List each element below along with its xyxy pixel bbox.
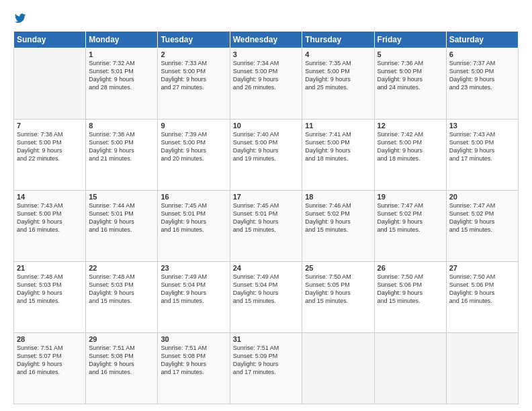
day-number: 26 xyxy=(378,264,443,272)
col-header-friday: Friday xyxy=(374,32,446,48)
day-cell: 20Sunrise: 7:47 AMSunset: 5:02 PMDayligh… xyxy=(446,191,518,262)
calendar-header-row: SundayMondayTuesdayWednesdayThursdayFrid… xyxy=(14,32,519,48)
day-info: Sunrise: 7:39 AMSunset: 5:00 PMDaylight:… xyxy=(161,130,226,163)
day-cell: 27Sunrise: 7:50 AMSunset: 5:06 PMDayligh… xyxy=(446,262,518,333)
col-header-thursday: Thursday xyxy=(302,32,374,48)
day-info: Sunrise: 7:38 AMSunset: 5:00 PMDaylight:… xyxy=(89,130,154,163)
day-info: Sunrise: 7:37 AMSunset: 5:00 PMDaylight:… xyxy=(449,59,515,92)
week-row-4: 21Sunrise: 7:48 AMSunset: 5:03 PMDayligh… xyxy=(14,262,519,333)
day-info: Sunrise: 7:34 AMSunset: 5:00 PMDaylight:… xyxy=(233,59,300,92)
day-cell: 11Sunrise: 7:41 AMSunset: 5:00 PMDayligh… xyxy=(302,120,374,191)
day-cell: 30Sunrise: 7:51 AMSunset: 5:08 PMDayligh… xyxy=(158,333,230,404)
day-info: Sunrise: 7:45 AMSunset: 5:01 PMDaylight:… xyxy=(161,201,226,234)
day-info: Sunrise: 7:36 AMSunset: 5:00 PMDaylight:… xyxy=(378,59,443,92)
day-cell: 31Sunrise: 7:51 AMSunset: 5:09 PMDayligh… xyxy=(230,333,302,404)
week-row-1: 1Sunrise: 7:32 AMSunset: 5:01 PMDaylight… xyxy=(14,48,519,120)
col-header-wednesday: Wednesday xyxy=(230,32,302,48)
day-cell xyxy=(446,333,518,404)
day-cell: 4Sunrise: 7:35 AMSunset: 5:00 PMDaylight… xyxy=(302,48,374,120)
day-number: 11 xyxy=(305,122,371,130)
day-number: 25 xyxy=(305,264,371,272)
day-number: 7 xyxy=(17,122,83,130)
day-info: Sunrise: 7:50 AMSunset: 5:06 PMDaylight:… xyxy=(378,273,443,306)
day-cell: 26Sunrise: 7:50 AMSunset: 5:06 PMDayligh… xyxy=(374,262,446,333)
day-number: 22 xyxy=(89,264,154,272)
day-cell: 25Sunrise: 7:50 AMSunset: 5:05 PMDayligh… xyxy=(302,262,374,333)
logo-text xyxy=(13,12,27,24)
day-cell: 16Sunrise: 7:45 AMSunset: 5:01 PMDayligh… xyxy=(158,191,230,262)
day-info: Sunrise: 7:40 AMSunset: 5:00 PMDaylight:… xyxy=(233,130,300,163)
day-number: 8 xyxy=(89,122,154,130)
day-cell: 1Sunrise: 7:32 AMSunset: 5:01 PMDaylight… xyxy=(86,48,158,120)
day-cell: 24Sunrise: 7:49 AMSunset: 5:04 PMDayligh… xyxy=(230,262,302,333)
day-number: 1 xyxy=(89,50,154,58)
day-info: Sunrise: 7:51 AMSunset: 5:08 PMDaylight:… xyxy=(89,344,154,377)
day-number: 17 xyxy=(233,193,300,201)
day-info: Sunrise: 7:51 AMSunset: 5:09 PMDaylight:… xyxy=(233,344,300,377)
day-info: Sunrise: 7:33 AMSunset: 5:00 PMDaylight:… xyxy=(161,59,226,92)
day-number: 3 xyxy=(233,50,300,58)
day-cell: 10Sunrise: 7:40 AMSunset: 5:00 PMDayligh… xyxy=(230,120,302,191)
col-header-saturday: Saturday xyxy=(446,32,518,48)
day-cell: 12Sunrise: 7:42 AMSunset: 5:00 PMDayligh… xyxy=(374,120,446,191)
day-info: Sunrise: 7:48 AMSunset: 5:03 PMDaylight:… xyxy=(17,273,83,306)
day-number: 20 xyxy=(449,193,515,201)
day-number: 18 xyxy=(305,193,371,201)
day-info: Sunrise: 7:43 AMSunset: 5:00 PMDaylight:… xyxy=(17,201,83,234)
day-cell: 14Sunrise: 7:43 AMSunset: 5:00 PMDayligh… xyxy=(14,191,86,262)
day-number: 16 xyxy=(161,193,226,201)
day-cell: 9Sunrise: 7:39 AMSunset: 5:00 PMDaylight… xyxy=(158,120,230,191)
day-cell: 29Sunrise: 7:51 AMSunset: 5:08 PMDayligh… xyxy=(86,333,158,404)
day-cell: 28Sunrise: 7:51 AMSunset: 5:07 PMDayligh… xyxy=(14,333,86,404)
day-info: Sunrise: 7:50 AMSunset: 5:05 PMDaylight:… xyxy=(305,273,371,306)
day-number: 6 xyxy=(449,50,515,58)
day-info: Sunrise: 7:46 AMSunset: 5:02 PMDaylight:… xyxy=(305,201,371,234)
day-number: 24 xyxy=(233,264,300,272)
col-header-sunday: Sunday xyxy=(14,32,86,48)
day-info: Sunrise: 7:51 AMSunset: 5:07 PMDaylight:… xyxy=(17,344,83,377)
day-cell: 18Sunrise: 7:46 AMSunset: 5:02 PMDayligh… xyxy=(302,191,374,262)
day-number: 27 xyxy=(449,264,515,272)
day-cell: 23Sunrise: 7:49 AMSunset: 5:04 PMDayligh… xyxy=(158,262,230,333)
logo-bird-icon xyxy=(15,12,27,24)
header xyxy=(13,12,519,24)
day-cell: 3Sunrise: 7:34 AMSunset: 5:00 PMDaylight… xyxy=(230,48,302,120)
day-cell: 21Sunrise: 7:48 AMSunset: 5:03 PMDayligh… xyxy=(14,262,86,333)
day-number: 28 xyxy=(17,335,83,343)
day-cell xyxy=(374,333,446,404)
day-cell: 5Sunrise: 7:36 AMSunset: 5:00 PMDaylight… xyxy=(374,48,446,120)
day-info: Sunrise: 7:47 AMSunset: 5:02 PMDaylight:… xyxy=(449,201,515,234)
day-number: 2 xyxy=(161,50,226,58)
day-number: 13 xyxy=(449,122,515,130)
day-info: Sunrise: 7:35 AMSunset: 5:00 PMDaylight:… xyxy=(305,59,371,92)
day-number: 21 xyxy=(17,264,83,272)
day-cell: 2Sunrise: 7:33 AMSunset: 5:00 PMDaylight… xyxy=(158,48,230,120)
day-number: 14 xyxy=(17,193,83,201)
logo xyxy=(13,12,27,24)
day-info: Sunrise: 7:47 AMSunset: 5:02 PMDaylight:… xyxy=(378,201,443,234)
day-cell: 17Sunrise: 7:45 AMSunset: 5:01 PMDayligh… xyxy=(230,191,302,262)
col-header-tuesday: Tuesday xyxy=(158,32,230,48)
day-number: 30 xyxy=(161,335,226,343)
day-cell xyxy=(14,48,86,120)
day-number: 15 xyxy=(89,193,154,201)
day-number: 5 xyxy=(378,50,443,58)
day-number: 19 xyxy=(378,193,443,201)
day-info: Sunrise: 7:45 AMSunset: 5:01 PMDaylight:… xyxy=(233,201,300,234)
page: SundayMondayTuesdayWednesdayThursdayFrid… xyxy=(0,0,532,411)
day-info: Sunrise: 7:43 AMSunset: 5:00 PMDaylight:… xyxy=(449,130,515,163)
day-number: 12 xyxy=(378,122,443,130)
week-row-2: 7Sunrise: 7:38 AMSunset: 5:00 PMDaylight… xyxy=(14,120,519,191)
day-number: 29 xyxy=(89,335,154,343)
day-info: Sunrise: 7:50 AMSunset: 5:06 PMDaylight:… xyxy=(449,273,515,306)
day-number: 23 xyxy=(161,264,226,272)
day-cell: 19Sunrise: 7:47 AMSunset: 5:02 PMDayligh… xyxy=(374,191,446,262)
col-header-monday: Monday xyxy=(86,32,158,48)
day-info: Sunrise: 7:38 AMSunset: 5:00 PMDaylight:… xyxy=(17,130,83,163)
day-info: Sunrise: 7:49 AMSunset: 5:04 PMDaylight:… xyxy=(161,273,226,306)
week-row-3: 14Sunrise: 7:43 AMSunset: 5:00 PMDayligh… xyxy=(14,191,519,262)
day-cell xyxy=(302,333,374,404)
day-cell: 13Sunrise: 7:43 AMSunset: 5:00 PMDayligh… xyxy=(446,120,518,191)
day-cell: 7Sunrise: 7:38 AMSunset: 5:00 PMDaylight… xyxy=(14,120,86,191)
week-row-5: 28Sunrise: 7:51 AMSunset: 5:07 PMDayligh… xyxy=(14,333,519,404)
